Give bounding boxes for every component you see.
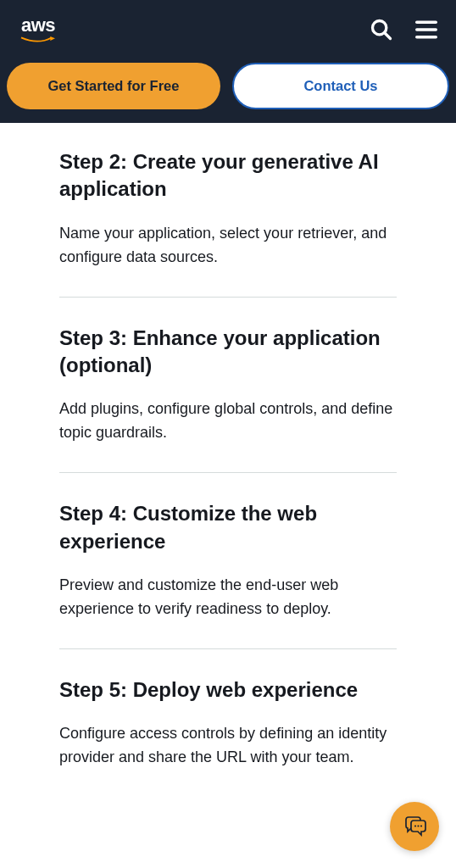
svg-point-7 xyxy=(420,825,422,826)
chat-icon xyxy=(401,813,428,840)
hamburger-icon xyxy=(414,17,439,42)
search-icon xyxy=(370,18,393,42)
step-4: Step 4: Customize the web experience Pre… xyxy=(59,500,397,649)
logo-swoosh-icon xyxy=(17,36,59,45)
logo-text: aws xyxy=(21,14,55,36)
contact-us-button[interactable]: Contact Us xyxy=(232,63,449,109)
aws-logo[interactable]: aws xyxy=(17,14,59,45)
step-5: Step 5: Deploy web experience Configure … xyxy=(59,676,397,797)
step-description: Name your application, select your retri… xyxy=(59,222,397,270)
step-description: Add plugins, configure global controls, … xyxy=(59,398,397,445)
step-title: Step 2: Create your generative AI applic… xyxy=(59,148,397,203)
step-title: Step 5: Deploy web experience xyxy=(59,676,397,704)
cta-bar: Get Started for Free Contact Us xyxy=(0,59,456,123)
search-button[interactable] xyxy=(370,18,393,42)
get-started-button[interactable]: Get Started for Free xyxy=(7,63,220,109)
step-2: Step 2: Create your generative AI applic… xyxy=(59,148,397,298)
main-content: Step 2: Create your generative AI applic… xyxy=(0,123,456,797)
step-description: Configure access controls by defining an… xyxy=(59,722,397,770)
svg-line-1 xyxy=(385,33,391,39)
menu-button[interactable] xyxy=(414,17,439,42)
header-bar: aws xyxy=(0,0,456,59)
svg-point-6 xyxy=(417,825,419,826)
step-3: Step 3: Enhance your application (option… xyxy=(59,325,397,474)
step-description: Preview and customize the end-user web e… xyxy=(59,574,397,621)
header-actions xyxy=(370,17,439,42)
step-title: Step 4: Customize the web experience xyxy=(59,500,397,555)
svg-point-5 xyxy=(414,825,416,826)
step-title: Step 3: Enhance your application (option… xyxy=(59,325,397,380)
chat-button[interactable] xyxy=(390,802,439,851)
